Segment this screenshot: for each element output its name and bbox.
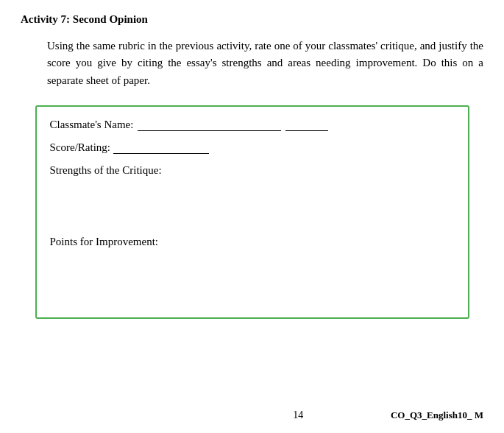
classmates-name-underline <box>138 119 281 131</box>
form-box: Classmate's Name: Score/Rating: Strength… <box>35 105 469 319</box>
score-rating-row: Score/Rating: <box>50 141 455 154</box>
activity-title: Activity 7: Second Opinion <box>21 13 483 26</box>
footer: 14 CO_Q3_English10_ M <box>0 409 504 421</box>
module-code: CO_Q3_English10_ M <box>391 409 483 421</box>
score-rating-label: Score/Rating: <box>50 141 111 153</box>
page-number: 14 <box>205 409 390 421</box>
activity-body: Using the same rubric in the previous ac… <box>21 38 483 89</box>
strengths-label: Strengths of the Critique: <box>50 164 455 177</box>
classmates-name-label: Classmate's Name: <box>50 119 134 131</box>
classmates-name-row: Classmate's Name: <box>50 119 455 131</box>
score-rating-underline <box>113 142 209 154</box>
points-space <box>50 248 455 292</box>
page: Activity 7: Second Opinion Using the sam… <box>0 0 504 433</box>
points-improvement-label: Points for Improvement: <box>50 236 455 248</box>
body-text: Using the same rubric in the previous ac… <box>47 40 483 86</box>
classmates-name-underline-2 <box>285 119 328 131</box>
